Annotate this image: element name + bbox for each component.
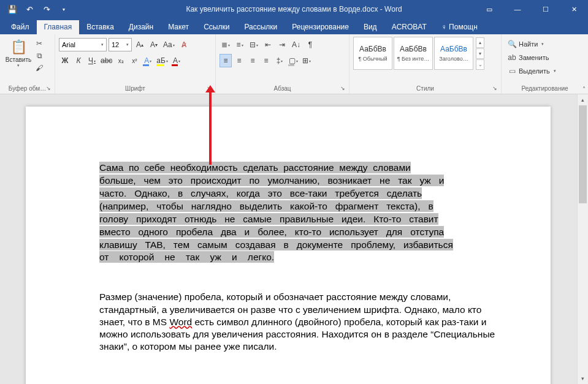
tab-view[interactable]: Вид — [356, 20, 384, 34]
styles-down-icon[interactable]: ▾ — [476, 48, 484, 59]
styles-up-icon[interactable]: ▴ — [476, 37, 484, 48]
sel-line-3: часто. Однако, в случаях, когда это все-… — [99, 187, 422, 199]
para2-wavy: Word — [169, 317, 192, 327]
ribbon: 📋 Вставить ▾ ✂ ⧉ 🖌 Буфер обм… ↘ Arial▾ 1… — [0, 34, 588, 94]
borders-icon[interactable]: ⊞▾ — [300, 54, 313, 67]
replace-icon: ab — [508, 53, 516, 62]
underline-button[interactable]: Ч▾ — [86, 54, 98, 67]
tab-file[interactable]: Файл — [4, 20, 37, 34]
tab-insert[interactable]: Вставка — [79, 20, 121, 34]
align-left-icon[interactable]: ≡ — [220, 54, 232, 67]
tab-mailings[interactable]: Рассылки — [237, 20, 284, 34]
grow-font-icon[interactable]: A▴ — [134, 38, 146, 51]
clipboard-launcher-icon[interactable]: ↘ — [45, 85, 52, 92]
justify-icon[interactable]: ≡ — [260, 54, 272, 67]
change-case-icon[interactable]: Aa▾ — [162, 38, 176, 51]
window-controls: ▭ — ☐ ✕ — [475, 0, 588, 18]
group-label-clipboard: Буфер обм… — [4, 84, 51, 94]
titlebar: 💾 ↶ ↷ ▾ Как увеличить расстояние между с… — [0, 0, 588, 18]
tab-design[interactable]: Дизайн — [121, 20, 161, 34]
scroll-up-icon[interactable]: ▴ — [578, 94, 588, 105]
style-heading1[interactable]: АаБбВв Заголово… — [434, 37, 473, 70]
minimize-button[interactable]: — — [503, 0, 532, 18]
styles-launcher-icon[interactable]: ↘ — [491, 85, 498, 92]
font-color-icon[interactable]: A▾ — [170, 54, 183, 67]
show-marks-icon[interactable]: ¶ — [304, 38, 316, 51]
scroll-down-icon[interactable]: ▾ — [578, 373, 588, 384]
sel-line-2: больше, чем это происходит по умолчанию,… — [99, 175, 444, 186]
tab-review[interactable]: Рецензирование — [284, 20, 356, 34]
collapse-ribbon-icon[interactable]: ˄ — [582, 86, 586, 92]
save-icon[interactable]: 💾 — [5, 2, 20, 17]
group-paragraph: ≣▾ ≡▾ ⊟▾ ⇤ ⇥ A↓ ¶ ≡ ≡ ≡ ≡ ‡▾ ▢▾ ⊞▾ — [216, 34, 349, 94]
shrink-font-icon[interactable]: A▾ — [148, 38, 160, 51]
paste-icon: 📋 — [10, 39, 27, 55]
paste-label: Вставить — [6, 56, 31, 63]
window-title: Как увеличить расстояние между словами в… — [186, 5, 402, 13]
document-canvas[interactable]: Сама по себе необходимость сделать расст… — [0, 94, 577, 384]
redo-icon[interactable]: ↷ — [39, 2, 54, 17]
format-painter-icon[interactable]: 🖌 — [33, 62, 45, 73]
sel-line-1: Сама по себе необходимость сделать расст… — [99, 162, 411, 173]
close-button[interactable]: ✕ — [560, 0, 588, 18]
paragraph-launcher-icon[interactable]: ↘ — [339, 85, 346, 92]
text-effects-icon[interactable]: A▾ — [142, 54, 154, 67]
group-clipboard: 📋 Вставить ▾ ✂ ⧉ 🖌 Буфер обм… ↘ — [0, 34, 55, 94]
tab-tellme[interactable]: ♀ Помощн — [434, 20, 485, 34]
superscript-button[interactable]: x² — [128, 54, 140, 67]
subscript-button[interactable]: x₂ — [115, 54, 127, 67]
select-button[interactable]: ▭Выделить▾ — [505, 65, 559, 77]
style-no-spacing[interactable]: АаБбВв ¶ Без инте… — [394, 37, 433, 70]
clear-formatting-icon[interactable]: A̷ — [178, 38, 190, 51]
maximize-button[interactable]: ☐ — [532, 0, 560, 18]
page: Сама по себе необходимость сделать расст… — [26, 107, 551, 384]
strikethrough-button[interactable]: abc — [99, 54, 113, 67]
qat-customize-icon[interactable]: ▾ — [56, 2, 71, 17]
tab-layout[interactable]: Макет — [161, 20, 196, 34]
increase-indent-icon[interactable]: ⇥ — [276, 38, 288, 51]
sel-line-5: голову приходят отнюдь не самые правильн… — [99, 213, 438, 225]
decrease-indent-icon[interactable]: ⇤ — [262, 38, 274, 51]
sel-line-8: от которой не так уж и легко. — [99, 251, 274, 263]
scroll-thumb[interactable] — [579, 105, 587, 203]
shading-icon[interactable]: ▢▾ — [287, 54, 299, 67]
styles-more-icon[interactable]: ⌄ — [476, 59, 484, 70]
find-button[interactable]: 🔍Найти▾ — [505, 38, 559, 50]
numbering-icon[interactable]: ≡▾ — [234, 38, 246, 51]
line-spacing-icon[interactable]: ‡▾ — [273, 54, 286, 67]
tab-home[interactable]: Главная — [37, 20, 80, 34]
styles-gallery-nav: ▴ ▾ ⌄ — [476, 37, 484, 70]
ribbon-tabs: Файл Главная Вставка Дизайн Макет Ссылки… — [0, 18, 588, 34]
align-center-icon[interactable]: ≡ — [233, 54, 245, 67]
sort-icon[interactable]: A↓ — [290, 38, 302, 51]
tab-acrobat[interactable]: ACROBAT — [384, 20, 434, 34]
highlight-icon[interactable]: aБ▾ — [155, 54, 169, 67]
undo-icon[interactable]: ↶ — [22, 2, 37, 17]
bold-button[interactable]: Ж — [59, 54, 71, 67]
tab-references[interactable]: Ссылки — [196, 20, 237, 34]
vertical-scrollbar[interactable]: ▴ ▾ — [577, 94, 588, 384]
paste-button[interactable]: 📋 Вставить ▾ — [6, 37, 31, 69]
replace-button[interactable]: abЗаменить — [505, 51, 559, 64]
copy-icon[interactable]: ⧉ — [33, 50, 45, 61]
sel-line-6: вместо одного пробела два и более, кто-т… — [99, 226, 444, 238]
group-label-editing: Редактирование — [505, 84, 584, 94]
font-name-combo[interactable]: Arial▾ — [59, 38, 107, 51]
bullets-icon[interactable]: ≣▾ — [220, 38, 232, 51]
normal-paragraph[interactable]: Размер (значение) пробела, который и обо… — [99, 291, 502, 353]
font-size-combo[interactable]: 12▾ — [109, 38, 132, 51]
group-font: Arial▾ 12▾ A▴ A▾ Aa▾ A̷ Ж К Ч▾ abc x₂ x²… — [55, 34, 216, 94]
group-label-styles: Стили — [353, 84, 497, 94]
style-normal[interactable]: АаБбВв ¶ Обычный — [353, 37, 392, 70]
group-label-font: Шрифт — [59, 84, 212, 94]
ribbon-options-icon[interactable]: ▭ — [475, 0, 503, 18]
font-launcher-icon[interactable]: ↘ — [205, 85, 213, 92]
italic-button[interactable]: К — [72, 54, 85, 67]
align-right-icon[interactable]: ≡ — [246, 54, 259, 67]
selected-paragraph[interactable]: Сама по себе необходимость сделать расст… — [99, 162, 502, 264]
quick-access-toolbar: 💾 ↶ ↷ ▾ — [0, 2, 71, 17]
cut-icon[interactable]: ✂ — [33, 38, 45, 49]
multilevel-icon[interactable]: ⊟▾ — [248, 38, 260, 51]
sel-line-4: (например, чтобы наглядно выделить какой… — [99, 200, 433, 212]
group-editing: 🔍Найти▾ abЗаменить ▭Выделить▾ Редактиров… — [502, 34, 588, 94]
